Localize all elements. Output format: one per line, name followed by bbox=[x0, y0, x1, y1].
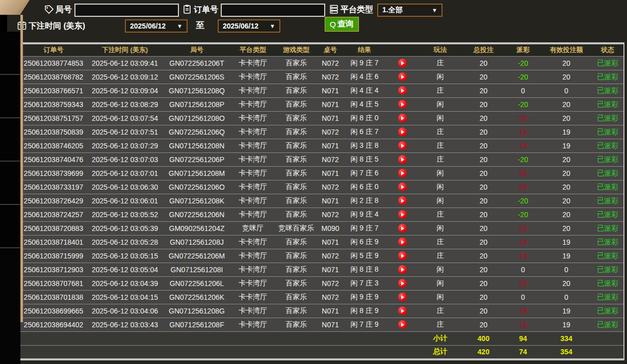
table-row: 250612038720883 2025-06-12 03:05:39 GM09… bbox=[19, 221, 624, 235]
cell-platform: 卡卡湾厅 bbox=[231, 166, 275, 180]
cell-play: 庄 bbox=[419, 84, 462, 97]
play-icon[interactable] bbox=[398, 320, 407, 329]
cell-payout: 20 bbox=[505, 221, 541, 235]
cell-game-type: 百家乐 bbox=[275, 235, 318, 249]
date-from-value: 2025/06/12 bbox=[130, 22, 166, 30]
cell-valid-bet: 0 bbox=[541, 290, 592, 304]
play-icon[interactable] bbox=[398, 265, 407, 274]
cell-table-no: N072 bbox=[318, 125, 343, 139]
cell-order-no: 250612038751757 bbox=[19, 111, 87, 125]
cell-order-no: 250612038768782 bbox=[19, 70, 87, 84]
play-icon[interactable] bbox=[398, 86, 407, 95]
play-icon[interactable] bbox=[398, 141, 407, 150]
cell-table-no: N072 bbox=[318, 207, 343, 221]
play-icon[interactable] bbox=[398, 59, 407, 67]
cell-order-no: 250612038726429 bbox=[19, 194, 87, 207]
cell-order-no: 250612038766571 bbox=[19, 84, 87, 97]
cell-total-bet: 20 bbox=[462, 84, 505, 97]
total-valid-bet: 354 bbox=[541, 345, 592, 359]
cell-play: 闲 bbox=[419, 194, 462, 207]
play-icon[interactable] bbox=[398, 279, 407, 288]
cell-total-bet: 20 bbox=[462, 194, 505, 207]
play-icon[interactable] bbox=[398, 251, 407, 260]
cell-status: 已派彩 bbox=[592, 207, 624, 221]
cell-replay bbox=[386, 221, 419, 235]
cell-play: 闲 bbox=[419, 111, 462, 125]
play-icon[interactable] bbox=[398, 293, 407, 301]
cell-total-bet: 20 bbox=[462, 304, 505, 318]
cell-bet-time: 2025-06-12 03:09:12 bbox=[87, 70, 163, 84]
cell-replay bbox=[386, 84, 419, 97]
cell-platform: 卡卡湾厅 bbox=[231, 84, 275, 97]
cell-game-type: 百家乐 bbox=[275, 125, 318, 139]
cell-payout: 19 bbox=[505, 139, 541, 152]
game-no-input[interactable] bbox=[74, 4, 179, 17]
cell-bet-time: 2025-06-12 03:03:43 bbox=[87, 318, 163, 331]
play-icon[interactable] bbox=[398, 306, 407, 315]
play-icon[interactable] bbox=[398, 127, 407, 136]
cell-play: 庄 bbox=[419, 318, 462, 331]
cell-order-no: 250612038699665 bbox=[19, 304, 87, 318]
cell-replay bbox=[386, 290, 419, 304]
play-icon[interactable] bbox=[398, 155, 407, 164]
cell-valid-bet: 20 bbox=[541, 180, 592, 194]
cell-status: 已派彩 bbox=[592, 180, 624, 194]
cell-game-no: GN0722561206T bbox=[163, 56, 231, 70]
cell-game-type: 百家乐 bbox=[275, 263, 318, 276]
date-to-select[interactable]: 2025/06/12 ▼ bbox=[218, 19, 280, 33]
cell-platform: 卡卡湾厅 bbox=[231, 194, 275, 207]
cell-valid-bet: 20 bbox=[541, 97, 592, 111]
cell-table-no: M090 bbox=[318, 221, 343, 235]
cell-game-type: 百家乐 bbox=[275, 70, 318, 84]
cell-game-no: GN0722561206N bbox=[163, 207, 231, 221]
cell-table-no: N071 bbox=[318, 111, 343, 125]
cell-total-bet: 20 bbox=[462, 276, 505, 290]
cell-game-no: GN0712561208G bbox=[163, 304, 231, 318]
play-icon[interactable] bbox=[398, 183, 407, 191]
subtotal-label: 小计 bbox=[419, 331, 462, 345]
cell-payout: 19 bbox=[505, 125, 541, 139]
cell-platform: 卡卡湾厅 bbox=[231, 125, 275, 139]
cell-game-no: GN0712561208J bbox=[163, 235, 231, 249]
cell-valid-bet: 20 bbox=[541, 152, 592, 166]
cell-payout: -20 bbox=[505, 207, 541, 221]
cell-game-type: 百家乐 bbox=[275, 318, 318, 331]
cell-play: 闲 bbox=[419, 276, 462, 290]
play-icon[interactable] bbox=[398, 100, 407, 109]
play-icon[interactable] bbox=[398, 169, 407, 177]
order-no-label: 订单号 bbox=[194, 3, 218, 16]
bet-records-screen: 局号 订单号 平台类型 1.全部 ▼ 下注时间 (美东) 2025/06/12 … bbox=[0, 0, 627, 364]
search-button[interactable]: Q 查询 bbox=[325, 17, 359, 32]
cell-total-bet: 20 bbox=[462, 166, 505, 180]
play-icon[interactable] bbox=[398, 196, 407, 205]
bet-records-table: 订单号 下注时间 (美东) 局号 平台类型 游戏类型 桌号 结果 玩法 总投注 … bbox=[19, 43, 624, 359]
cell-replay bbox=[386, 56, 419, 70]
date-from-select[interactable]: 2025/06/12 ▼ bbox=[125, 19, 188, 33]
play-icon[interactable] bbox=[398, 238, 407, 246]
cell-order-no: 250612038739699 bbox=[19, 166, 87, 180]
play-icon[interactable] bbox=[398, 210, 407, 219]
cell-play: 闲 bbox=[419, 166, 462, 180]
order-no-input[interactable] bbox=[221, 4, 325, 17]
cell-platform: 卡卡湾厅 bbox=[231, 152, 275, 166]
cell-game-type: 百家乐 bbox=[275, 290, 318, 304]
header-game-no: 局号 bbox=[163, 44, 231, 56]
platform-select[interactable]: 1.全部 ▼ bbox=[377, 4, 442, 17]
play-icon[interactable] bbox=[398, 224, 407, 232]
play-icon[interactable] bbox=[398, 72, 407, 81]
cell-result: 闲 7 庄 9 bbox=[343, 318, 386, 331]
cell-game-type: 百家乐 bbox=[275, 194, 318, 207]
cell-table-no: N071 bbox=[318, 166, 343, 180]
subtotal-valid-bet: 334 bbox=[541, 331, 592, 345]
table-row: 250612038699665 2025-06-12 03:04:06 GN07… bbox=[19, 304, 624, 318]
cell-bet-time: 2025-06-12 03:06:01 bbox=[87, 194, 163, 207]
cell-order-no: 250612038718401 bbox=[19, 235, 87, 249]
table-row: 250612038707681 2025-06-12 03:04:39 GN07… bbox=[19, 276, 624, 290]
cell-order-no: 250612038746205 bbox=[19, 139, 87, 152]
play-icon[interactable] bbox=[398, 114, 407, 122]
header-game-type: 游戏类型 bbox=[275, 44, 318, 56]
header-total-bet: 总投注 bbox=[462, 44, 505, 56]
cell-game-type: 百家乐 bbox=[275, 97, 318, 111]
cell-result: 闲 6 庄 9 bbox=[343, 235, 386, 249]
cell-payout: 20 bbox=[505, 111, 541, 125]
